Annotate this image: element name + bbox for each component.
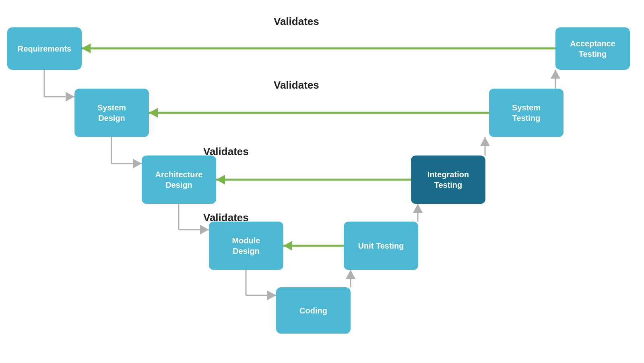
node-requirements: Requirements (7, 27, 82, 70)
node-system-design: SystemDesign (74, 89, 149, 137)
svg-marker-25 (480, 137, 490, 146)
svg-marker-19 (267, 290, 276, 300)
svg-marker-3 (149, 108, 158, 118)
node-architecture-design: ArchitectureDesign (142, 156, 216, 204)
node-module-design: ModuleDesign (209, 222, 283, 270)
svg-marker-23 (413, 204, 423, 213)
node-acceptance-testing: AcceptanceTesting (555, 27, 630, 70)
node-unit-testing: Unit Testing (344, 222, 418, 270)
validates-label-2: Validates (274, 79, 319, 91)
svg-marker-10 (66, 92, 74, 102)
svg-marker-1 (82, 44, 91, 53)
node-integration-testing: IntegrationTesting (411, 156, 485, 204)
svg-marker-7 (283, 241, 292, 251)
validates-label-4: Validates (203, 212, 249, 224)
diagram: Requirements AcceptanceTesting SystemDes… (0, 0, 644, 363)
validates-label-1: Validates (274, 15, 319, 28)
node-coding: Coding (276, 287, 351, 334)
svg-marker-13 (133, 159, 142, 168)
validates-label-3: Validates (203, 145, 249, 158)
svg-marker-16 (200, 225, 209, 234)
svg-marker-5 (216, 175, 225, 185)
node-system-testing: SystemTesting (489, 89, 564, 137)
svg-marker-27 (551, 70, 560, 79)
svg-marker-21 (346, 270, 355, 279)
